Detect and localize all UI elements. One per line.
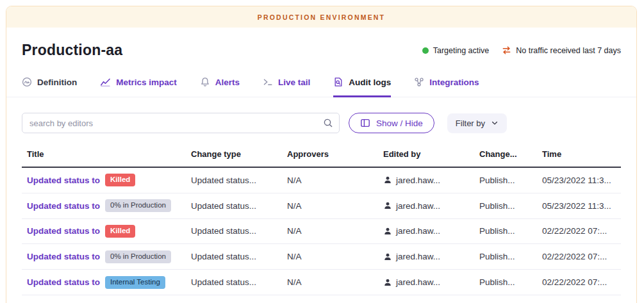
row-edited-by: jared.haw... [378,252,474,261]
row-change-type: Updated status... [186,226,282,236]
row-title-cell: Updated status to 0% in Production [22,250,186,263]
row-title-link[interactable]: Updated status to [27,226,100,236]
row-edited-by: jared.haw... [378,226,474,236]
column-header-approvers: Approvers [282,143,378,167]
row-edited-by: jared.haw... [378,176,474,185]
column-header-title: Title [22,143,186,167]
row-title-link[interactable]: Updated status to [27,277,100,287]
status-badge: Killed [105,174,135,186]
audit-log-icon [333,77,343,87]
table-row[interactable]: Updated status to 0% in Production Updat… [22,244,621,270]
table-row[interactable]: Updated status to 0% in Production Updat… [22,193,621,219]
row-approvers: N/A [282,226,378,236]
row-title-cell: Updated status to Killed [22,174,186,186]
person-icon [383,227,392,236]
row-time: 05/23/2022 11:3... [537,201,621,211]
show-hide-label: Show / Hide [376,119,423,128]
tab-definition[interactable]: Definition [22,77,77,97]
editor-name: jared.haw... [396,226,440,236]
row-title-cell: Updated status to 0% in Production [22,199,186,212]
search-input[interactable] [22,113,340,133]
person-icon [383,278,392,287]
audit-log-table: Title Change type Approvers Edited by Ch… [22,143,621,295]
targeting-status-label: Targeting active [433,46,490,55]
show-hide-columns-button[interactable]: Show / Hide [349,113,434,133]
environment-card: PRODUCTION ENVIRONMENT Production-aa Tar… [6,6,637,303]
status-badge: Killed [105,225,135,238]
row-title-cell: Updated status to Internal Testing [22,276,186,289]
editor-name: jared.haw... [396,201,440,211]
status-group: Targeting active No traffic received las… [422,45,621,55]
filter-by-label: Filter by [456,119,485,128]
row-change-type: Updated status... [186,252,282,261]
row-change-type: Updated status... [186,176,282,185]
row-approvers: N/A [282,252,378,261]
status-badge: Internal Testing [105,276,165,289]
tab-definition-label: Definition [37,78,77,87]
tab-integrations[interactable]: Integrations [414,77,479,97]
row-title-link[interactable]: Updated status to [27,176,100,185]
page-title: Production-aa [22,42,122,59]
row-change-type: Updated status... [186,201,282,211]
tab-audit-logs-label: Audit logs [349,78,391,87]
row-change: Publish... [474,252,537,261]
status-badge: 0% in Production [105,199,171,212]
person-icon [383,201,392,210]
search-field-wrap [22,113,340,133]
table-row[interactable]: Updated status to Internal Testing Updat… [22,270,621,295]
integrations-icon [414,77,424,87]
row-time: 02/22/2022 07:... [537,226,621,236]
column-header-time: Time [537,143,621,167]
row-change: Publish... [474,201,537,211]
tab-alerts-label: Alerts [215,78,240,87]
tab-live-tail[interactable]: Live tail [263,77,310,97]
tab-bar: Definition Metrics impact Alerts [6,77,636,97]
targeting-status: Targeting active [422,46,490,55]
column-header-change-type: Change type [186,143,282,167]
bell-icon [200,77,210,87]
table-header-row: Title Change type Approvers Edited by Ch… [22,143,621,168]
targeting-active-dot-icon [422,47,429,54]
editor-name: jared.haw... [396,252,440,261]
tab-live-tail-label: Live tail [278,78,310,87]
person-icon [383,252,392,261]
row-approvers: N/A [282,277,378,287]
table-row[interactable]: Updated status to Killed Updated status.… [22,168,621,193]
row-change: Publish... [474,277,537,287]
page-header: Production-aa Targeting active No traffi… [22,42,621,59]
tab-audit-logs[interactable]: Audit logs [333,77,391,97]
row-title-cell: Updated status to Killed [22,225,186,238]
row-time: 02/22/2022 07:... [537,277,621,287]
column-header-edited-by: Edited by [378,143,474,167]
traffic-arrows-icon [502,45,511,55]
row-approvers: N/A [282,201,378,211]
person-icon [383,176,392,184]
definition-icon [22,77,32,87]
row-edited-by: jared.haw... [378,201,474,211]
row-time: 02/22/2022 07:... [537,252,621,261]
columns-icon [360,118,370,128]
tab-alerts[interactable]: Alerts [200,77,240,97]
toolbar: Show / Hide Filter by [22,113,621,133]
row-title-link[interactable]: Updated status to [27,252,100,261]
row-change: Publish... [474,176,537,185]
tab-metrics-impact-label: Metrics impact [116,78,177,87]
metrics-chart-icon [100,77,111,87]
tab-integrations-label: Integrations [429,78,479,87]
row-approvers: N/A [282,176,378,185]
tab-metrics-impact[interactable]: Metrics impact [100,77,177,97]
editor-name: jared.haw... [396,176,440,185]
table-row[interactable]: Updated status to Killed Updated status.… [22,219,621,245]
terminal-icon [263,77,273,87]
search-icon [323,118,333,131]
traffic-status: No traffic received last 7 days [502,45,621,55]
environment-banner: PRODUCTION ENVIRONMENT [6,6,636,28]
column-header-change: Change... [474,143,537,167]
filter-by-dropdown[interactable]: Filter by [447,113,507,133]
editor-name: jared.haw... [396,277,440,287]
row-change-type: Updated status... [186,277,282,287]
status-badge: 0% in Production [105,250,171,263]
row-change: Publish... [474,226,537,236]
chevron-down-icon [491,119,499,127]
row-title-link[interactable]: Updated status to [27,201,100,211]
